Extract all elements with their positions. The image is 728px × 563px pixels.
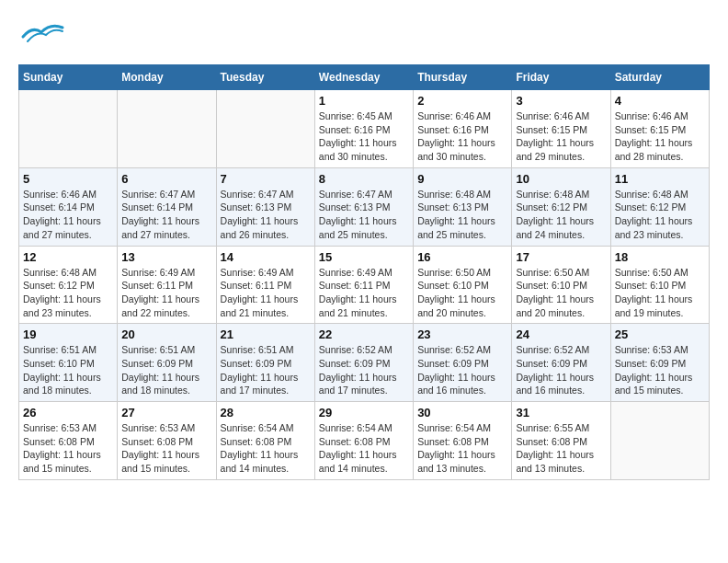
calendar-cell: 23Sunrise: 6:52 AMSunset: 6:09 PMDayligh… <box>414 324 512 402</box>
calendar-cell: 20Sunrise: 6:51 AMSunset: 6:09 PMDayligh… <box>118 324 216 402</box>
day-number: 26 <box>23 406 113 419</box>
day-number: 3 <box>516 94 606 108</box>
calendar-cell: 27Sunrise: 6:53 AMSunset: 6:08 PMDayligh… <box>118 402 216 480</box>
day-info: Sunrise: 6:52 AMSunset: 6:09 PMDaylight:… <box>319 343 409 397</box>
day-number: 17 <box>516 250 606 264</box>
day-info: Sunrise: 6:51 AMSunset: 6:09 PMDaylight:… <box>121 343 211 397</box>
day-info: Sunrise: 6:54 AMSunset: 6:08 PMDaylight:… <box>221 421 311 476</box>
day-number: 27 <box>121 406 211 419</box>
day-number: 15 <box>319 250 409 264</box>
day-info: Sunrise: 6:51 AMSunset: 6:09 PMDaylight:… <box>221 343 311 397</box>
calendar-cell: 22Sunrise: 6:52 AMSunset: 6:09 PMDayligh… <box>314 324 413 402</box>
calendar-week-row: 19Sunrise: 6:51 AMSunset: 6:10 PMDayligh… <box>19 324 710 402</box>
calendar-cell: 15Sunrise: 6:49 AMSunset: 6:11 PMDayligh… <box>314 246 413 324</box>
calendar-cell: 28Sunrise: 6:54 AMSunset: 6:08 PMDayligh… <box>216 402 314 480</box>
weekday-header: Friday <box>512 65 610 90</box>
day-number: 1 <box>319 94 409 108</box>
weekday-header: Monday <box>118 65 216 90</box>
day-info: Sunrise: 6:47 AMSunset: 6:13 PMDaylight:… <box>319 188 409 242</box>
calendar-cell: 25Sunrise: 6:53 AMSunset: 6:09 PMDayligh… <box>610 324 709 402</box>
day-number: 5 <box>23 172 113 186</box>
logo-icon <box>18 18 64 55</box>
day-info: Sunrise: 6:51 AMSunset: 6:10 PMDaylight:… <box>23 343 113 397</box>
day-number: 7 <box>221 172 311 186</box>
day-number: 24 <box>516 327 606 341</box>
calendar-cell: 11Sunrise: 6:48 AMSunset: 6:12 PMDayligh… <box>610 167 709 246</box>
calendar-cell: 16Sunrise: 6:50 AMSunset: 6:10 PMDayligh… <box>414 246 512 324</box>
calendar-cell: 9Sunrise: 6:48 AMSunset: 6:13 PMDaylight… <box>414 167 512 246</box>
day-number: 20 <box>121 327 211 341</box>
day-info: Sunrise: 6:50 AMSunset: 6:10 PMDaylight:… <box>417 266 507 320</box>
weekday-header: Saturday <box>610 65 709 90</box>
day-info: Sunrise: 6:48 AMSunset: 6:12 PMDaylight:… <box>23 266 113 320</box>
day-info: Sunrise: 6:48 AMSunset: 6:12 PMDaylight:… <box>516 188 606 242</box>
day-number: 22 <box>319 327 409 341</box>
weekday-header: Wednesday <box>314 65 413 90</box>
calendar-cell: 10Sunrise: 6:48 AMSunset: 6:12 PMDayligh… <box>512 167 610 246</box>
day-info: Sunrise: 6:48 AMSunset: 6:13 PMDaylight:… <box>417 188 507 242</box>
day-number: 14 <box>221 250 311 264</box>
calendar-cell: 31Sunrise: 6:55 AMSunset: 6:08 PMDayligh… <box>512 402 610 480</box>
day-number: 30 <box>417 406 507 419</box>
calendar-cell: 26Sunrise: 6:53 AMSunset: 6:08 PMDayligh… <box>19 402 118 480</box>
calendar-table: SundayMondayTuesdayWednesdayThursdayFrid… <box>18 64 710 480</box>
calendar-cell: 7Sunrise: 6:47 AMSunset: 6:13 PMDaylight… <box>216 167 314 246</box>
calendar-cell: 13Sunrise: 6:49 AMSunset: 6:11 PMDayligh… <box>118 246 216 324</box>
calendar-cell: 2Sunrise: 6:46 AMSunset: 6:16 PMDaylight… <box>414 90 512 168</box>
calendar-cell: 5Sunrise: 6:46 AMSunset: 6:14 PMDaylight… <box>19 167 118 246</box>
calendar-cell: 8Sunrise: 6:47 AMSunset: 6:13 PMDaylight… <box>314 167 413 246</box>
day-info: Sunrise: 6:49 AMSunset: 6:11 PMDaylight:… <box>121 266 211 320</box>
day-number: 23 <box>417 327 507 341</box>
day-info: Sunrise: 6:47 AMSunset: 6:13 PMDaylight:… <box>221 188 311 242</box>
page-header <box>18 18 710 55</box>
day-info: Sunrise: 6:50 AMSunset: 6:10 PMDaylight:… <box>615 266 705 320</box>
calendar-cell: 29Sunrise: 6:54 AMSunset: 6:08 PMDayligh… <box>314 402 413 480</box>
day-info: Sunrise: 6:46 AMSunset: 6:15 PMDaylight:… <box>615 109 705 164</box>
day-info: Sunrise: 6:48 AMSunset: 6:12 PMDaylight:… <box>615 188 705 242</box>
calendar-body: 1Sunrise: 6:45 AMSunset: 6:16 PMDaylight… <box>19 90 710 480</box>
day-info: Sunrise: 6:54 AMSunset: 6:08 PMDaylight:… <box>417 421 507 476</box>
weekday-header: Sunday <box>19 65 118 90</box>
day-number: 21 <box>221 327 311 341</box>
calendar-cell: 1Sunrise: 6:45 AMSunset: 6:16 PMDaylight… <box>314 90 413 168</box>
weekday-row: SundayMondayTuesdayWednesdayThursdayFrid… <box>19 65 710 90</box>
day-info: Sunrise: 6:52 AMSunset: 6:09 PMDaylight:… <box>516 343 606 397</box>
day-number: 31 <box>516 406 606 419</box>
day-info: Sunrise: 6:54 AMSunset: 6:08 PMDaylight:… <box>319 421 409 476</box>
day-number: 13 <box>121 250 211 264</box>
calendar-cell <box>118 90 216 168</box>
day-number: 28 <box>221 406 311 419</box>
calendar-cell: 4Sunrise: 6:46 AMSunset: 6:15 PMDaylight… <box>610 90 709 168</box>
day-info: Sunrise: 6:49 AMSunset: 6:11 PMDaylight:… <box>221 266 311 320</box>
calendar-week-row: 5Sunrise: 6:46 AMSunset: 6:14 PMDaylight… <box>19 167 710 246</box>
weekday-header: Tuesday <box>216 65 314 90</box>
calendar-cell: 24Sunrise: 6:52 AMSunset: 6:09 PMDayligh… <box>512 324 610 402</box>
calendar-week-row: 12Sunrise: 6:48 AMSunset: 6:12 PMDayligh… <box>19 246 710 324</box>
day-info: Sunrise: 6:53 AMSunset: 6:08 PMDaylight:… <box>121 421 211 476</box>
calendar-cell: 3Sunrise: 6:46 AMSunset: 6:15 PMDaylight… <box>512 90 610 168</box>
day-info: Sunrise: 6:45 AMSunset: 6:16 PMDaylight:… <box>319 109 409 164</box>
day-number: 12 <box>23 250 113 264</box>
day-number: 11 <box>615 172 705 186</box>
day-info: Sunrise: 6:46 AMSunset: 6:16 PMDaylight:… <box>417 109 507 164</box>
calendar-cell <box>19 90 118 168</box>
calendar-cell <box>610 402 709 480</box>
calendar-cell: 19Sunrise: 6:51 AMSunset: 6:10 PMDayligh… <box>19 324 118 402</box>
day-number: 9 <box>417 172 507 186</box>
day-info: Sunrise: 6:53 AMSunset: 6:08 PMDaylight:… <box>23 421 113 476</box>
day-number: 8 <box>319 172 409 186</box>
day-number: 10 <box>516 172 606 186</box>
day-info: Sunrise: 6:53 AMSunset: 6:09 PMDaylight:… <box>615 343 705 397</box>
weekday-header: Thursday <box>414 65 512 90</box>
calendar-cell: 14Sunrise: 6:49 AMSunset: 6:11 PMDayligh… <box>216 246 314 324</box>
day-info: Sunrise: 6:46 AMSunset: 6:15 PMDaylight:… <box>516 109 606 164</box>
calendar-header: SundayMondayTuesdayWednesdayThursdayFrid… <box>19 65 710 90</box>
day-info: Sunrise: 6:50 AMSunset: 6:10 PMDaylight:… <box>516 266 606 320</box>
calendar-cell <box>216 90 314 168</box>
calendar-cell: 17Sunrise: 6:50 AMSunset: 6:10 PMDayligh… <box>512 246 610 324</box>
calendar-cell: 12Sunrise: 6:48 AMSunset: 6:12 PMDayligh… <box>19 246 118 324</box>
day-info: Sunrise: 6:46 AMSunset: 6:14 PMDaylight:… <box>23 188 113 242</box>
calendar-cell: 21Sunrise: 6:51 AMSunset: 6:09 PMDayligh… <box>216 324 314 402</box>
day-info: Sunrise: 6:47 AMSunset: 6:14 PMDaylight:… <box>121 188 211 242</box>
day-number: 6 <box>121 172 211 186</box>
